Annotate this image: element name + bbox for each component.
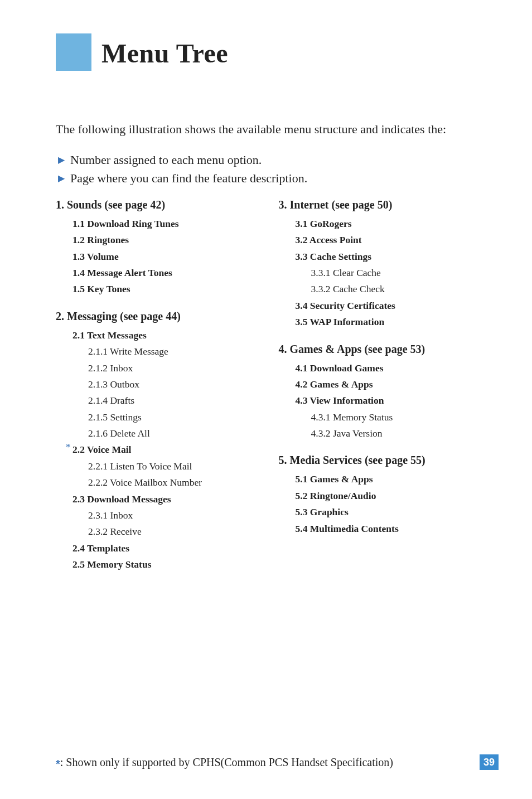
menu-item: 4.2 Games & Apps xyxy=(296,376,491,393)
menu-item: 1.4 Message Alert Tones xyxy=(72,265,268,281)
menu-item: 4.3.2 Java Version xyxy=(311,425,491,442)
menu-item: 1.2 Ringtones xyxy=(72,232,268,248)
menu-item: 2.1.6 Delete All xyxy=(88,425,268,442)
section-heading-messaging: 2. Messaging (see page 44) xyxy=(56,310,268,323)
menu-item: 2.1.4 Drafts xyxy=(88,393,268,409)
menu-item: 2.3.1 Inbox xyxy=(88,507,268,524)
menu-item: 4.3.1 Memory Status xyxy=(311,409,491,425)
section-heading-media: 5. Media Services (see page 55) xyxy=(279,454,491,467)
footnote: *: Shown only if supported by CPHS(Commo… xyxy=(56,756,393,769)
menu-subheading: 3.3 Cache Settings xyxy=(296,249,491,265)
menu-item: 5.3 Graphics xyxy=(296,504,491,520)
menu-subheading: 2.1 Text Messages xyxy=(72,327,268,343)
right-column: 3. Internet (see page 50) 3.1 GoRogers 3… xyxy=(279,198,491,573)
footer: *: Shown only if supported by CPHS(Commo… xyxy=(56,754,499,770)
menu-item: 2.1.1 Write Message xyxy=(88,343,268,360)
asterisk-icon: * xyxy=(66,439,71,456)
page-title: Menu Tree xyxy=(101,33,228,71)
bullet-list: ▶ Number assigned to each menu option. ▶… xyxy=(56,151,490,187)
menu-item: 4.1 Download Games xyxy=(296,360,491,376)
menu-subheading-voicemail: * 2.2 Voice Mail xyxy=(72,442,268,458)
menu-item: 5.1 Games & Apps xyxy=(296,471,491,487)
bullet-text: Number assigned to each menu option. xyxy=(70,151,262,169)
section-heading-games: 4. Games & Apps (see page 53) xyxy=(279,343,491,356)
triangle-icon: ▶ xyxy=(58,153,65,167)
menu-item: 2.3.2 Receive xyxy=(88,524,268,540)
menu-item: 1.3 Volume xyxy=(72,249,268,265)
menu-item: 5.4 Multimedia Contents xyxy=(296,521,491,537)
menu-item: 3.5 WAP Information xyxy=(296,314,491,330)
menu-item: 3.2 Access Point xyxy=(296,232,491,248)
left-column: 1. Sounds (see page 42) 1.1 Download Rin… xyxy=(56,198,268,573)
title-accent-block xyxy=(56,33,91,71)
section-heading-sounds: 1. Sounds (see page 42) xyxy=(56,198,268,211)
triangle-icon: ▶ xyxy=(58,172,65,185)
menu-subheading: 2.3 Download Messages xyxy=(72,491,268,507)
bullet-item: ▶ Page where you can find the feature de… xyxy=(56,169,490,187)
menu-columns: 1. Sounds (see page 42) 1.1 Download Rin… xyxy=(56,198,490,573)
menu-item: 2.1.3 Outbox xyxy=(88,376,268,393)
menu-item: 2.4 Templates xyxy=(72,540,268,556)
section-heading-internet: 3. Internet (see page 50) xyxy=(279,198,491,211)
menu-item: 1.5 Key Tones xyxy=(72,281,268,297)
menu-subheading: 4.3 View Information xyxy=(296,393,491,409)
asterisk-icon: * xyxy=(56,758,60,770)
menu-item: 2.5 Memory Status xyxy=(72,556,268,573)
menu-item: 2.1.2 Inbox xyxy=(88,360,268,376)
menu-item: 1.1 Download Ring Tunes xyxy=(72,216,268,232)
menu-item: 2.2.2 Voice Mailbox Number xyxy=(88,474,268,491)
menu-item: 3.4 Security Certificates xyxy=(296,298,491,314)
footnote-text: : Shown only if supported by CPHS(Common… xyxy=(60,756,393,768)
menu-item: 3.3.2 Cache Check xyxy=(311,281,491,297)
intro-text: The following illustration shows the ava… xyxy=(56,121,490,138)
menu-item: 2.2.1 Listen To Voice Mail xyxy=(88,458,268,474)
page-number: 39 xyxy=(480,754,499,770)
bullet-text: Page where you can find the feature desc… xyxy=(70,169,307,187)
menu-item: 2.1.5 Settings xyxy=(88,409,268,425)
menu-item: 3.1 GoRogers xyxy=(296,216,491,232)
menu-item: 3.3.1 Clear Cache xyxy=(311,265,491,281)
menu-item: 5.2 Ringtone/Audio xyxy=(296,488,491,504)
bullet-item: ▶ Number assigned to each menu option. xyxy=(56,151,490,169)
title-wrap: Menu Tree xyxy=(56,33,490,71)
menu-subheading-label: 2.2 Voice Mail xyxy=(72,444,131,455)
